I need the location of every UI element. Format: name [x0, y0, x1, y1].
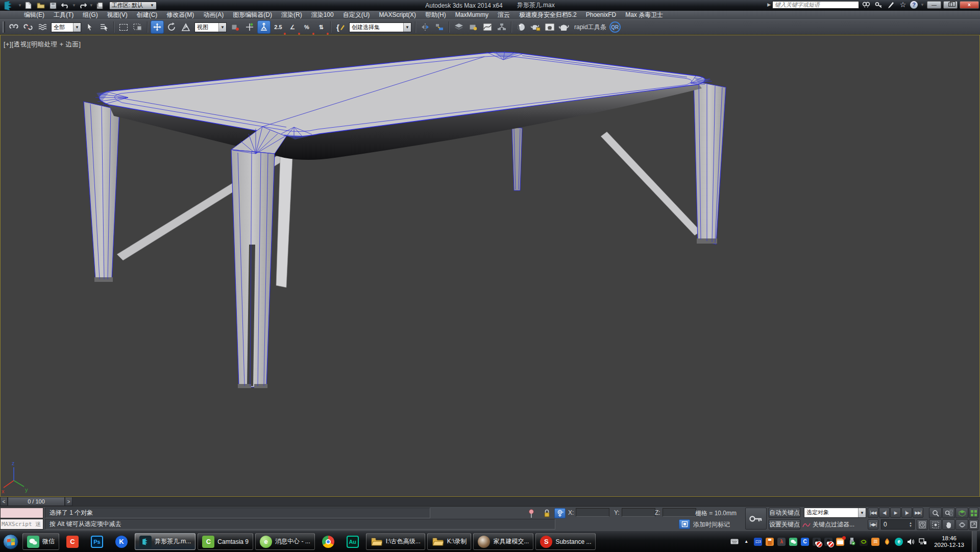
key-selection-set-arrow[interactable]: ▼: [858, 508, 866, 517]
z-coordinate-field[interactable]: [663, 508, 696, 517]
rendered-frame-window-button[interactable]: [543, 20, 556, 34]
named-selection-set-arrow[interactable]: ▼: [403, 23, 411, 32]
select-by-name-button[interactable]: [97, 20, 111, 34]
tray-nvidia-icon[interactable]: [860, 538, 868, 546]
auto-key-button[interactable]: 自动关键点: [769, 508, 800, 518]
next-frame-button[interactable]: |▶: [901, 508, 912, 518]
table-model[interactable]: x y z: [1, 35, 979, 496]
x-coordinate-field[interactable]: [576, 508, 609, 517]
y-coordinate-field[interactable]: [622, 508, 655, 517]
select-and-scale-button[interactable]: [179, 20, 192, 34]
select-object-button[interactable]: [83, 20, 96, 34]
previous-frame-arrow-button[interactable]: <: [0, 497, 8, 506]
absolute-mode-transform-toggle[interactable]: [554, 508, 566, 518]
tray-usb-orange-icon[interactable]: [766, 538, 774, 546]
tray-window-badge-icon[interactable]: [836, 538, 844, 546]
menu-item-group[interactable]: 组(G): [78, 11, 102, 19]
tray-input-method-icon[interactable]: 口3: [754, 538, 762, 546]
taskbar-item-3dsmax[interactable]: 异形茶几.m...: [135, 533, 195, 550]
taskbar-item-message-center[interactable]: e 消息中心 - ...: [255, 533, 315, 550]
spinner-snap-button[interactable]: ⇅: [314, 20, 328, 34]
schematic-view-button[interactable]: [495, 20, 508, 34]
viewport-label[interactable]: [+][透视][明暗处理 + 边面]: [4, 40, 81, 49]
favorites-star-icon[interactable]: ☆: [898, 1, 908, 9]
zoom-extents-button[interactable]: [955, 508, 968, 518]
help-icon[interactable]: ?: [910, 1, 918, 9]
zoom-extents-all-button[interactable]: [969, 508, 978, 518]
menu-item-create[interactable]: 创建(C): [132, 11, 162, 19]
workspace-dropdown-arrow[interactable]: ▼: [150, 3, 154, 8]
restore-button[interactable]: [943, 1, 958, 9]
edit-named-selection-sets-button[interactable]: {: [334, 20, 347, 34]
menu-item-maxmummy[interactable]: MaxMummy: [451, 11, 493, 19]
tray-driver-check-icon[interactable]: C: [801, 538, 809, 546]
menu-item-help[interactable]: 帮助(H): [421, 11, 451, 19]
tray-volume-icon[interactable]: [906, 538, 915, 546]
maxscript-macro-recorder[interactable]: [0, 508, 43, 518]
curve-editor-button[interactable]: [481, 20, 494, 34]
redo-dropdown-arrow[interactable]: ▼: [89, 3, 93, 8]
track-bar[interactable]: [72, 497, 980, 506]
menu-item-customize[interactable]: 自定义(U): [338, 11, 375, 19]
taskbar-item-wechat[interactable]: 微信: [22, 533, 59, 550]
taskbar-item-folder-i[interactable]: I:\古色高级...: [366, 533, 425, 550]
key-filters-button[interactable]: 关键点过滤器...: [813, 520, 854, 529]
redo-button[interactable]: [77, 1, 88, 10]
minimize-button[interactable]: —: [927, 1, 941, 9]
tray-usb-ok-icon[interactable]: [848, 538, 856, 546]
mirror-button[interactable]: [419, 20, 432, 34]
angle-snap-button[interactable]: ∠: [286, 20, 299, 34]
tray-adobe-icon[interactable]: λ: [777, 538, 786, 546]
pen-feedback-icon[interactable]: [886, 1, 896, 9]
time-configuration-button[interactable]: [917, 519, 928, 530]
menu-item-edit[interactable]: 编辑(E): [19, 11, 49, 19]
isolate-selection-toggle[interactable]: [526, 508, 537, 518]
zoom-button[interactable]: [929, 508, 942, 518]
selection-filter-arrow[interactable]: ▼: [73, 23, 81, 32]
show-desktop-button[interactable]: [972, 531, 977, 552]
project-folder-button[interactable]: [94, 1, 106, 10]
taskbar-item-camtasia9[interactable]: C Camtasia 9: [198, 533, 253, 550]
pan-hand-button[interactable]: [942, 519, 955, 530]
snaps-toggle-button[interactable]: [257, 20, 271, 34]
go-to-end-button[interactable]: ▶▶|: [913, 508, 923, 518]
menu-item-rendering[interactable]: 渲染(R): [277, 11, 307, 19]
graphite-ribbon-toggle-button[interactable]: [467, 20, 480, 34]
named-selection-set-select[interactable]: 创建选择集 ▼: [349, 22, 411, 32]
undo-dropdown-arrow[interactable]: ▼: [72, 3, 76, 8]
start-button[interactable]: [0, 531, 21, 552]
bind-to-space-warp-button[interactable]: [36, 20, 49, 34]
tray-network-icon[interactable]: [918, 538, 926, 546]
orbit-button[interactable]: [955, 519, 968, 530]
undo-button[interactable]: [60, 1, 71, 10]
toolbar-grip[interactable]: [3, 21, 5, 33]
menu-item-graph-editors[interactable]: 图形编辑器(D): [228, 11, 277, 19]
menu-item-render100[interactable]: 渲染100: [307, 11, 338, 19]
tray-orange-app-icon[interactable]: 回: [871, 538, 879, 546]
tray-keyboard-icon[interactable]: [730, 538, 739, 546]
workspace-selector[interactable]: 工作区: 默认 ▼: [109, 2, 157, 10]
time-slider-handle[interactable]: 0 / 100: [8, 497, 65, 506]
menu-item-slim-archive[interactable]: 极速瘦身安全归档5.2: [514, 11, 581, 19]
menu-item-maxscript[interactable]: MAXScript(X): [374, 11, 421, 19]
menu-item-phoenixfd[interactable]: PhoenixFD: [581, 11, 621, 19]
set-keys-button[interactable]: [745, 508, 767, 530]
search-icon[interactable]: [861, 1, 871, 9]
menu-item-tools[interactable]: 工具(T): [49, 11, 78, 19]
material-editor-button[interactable]: [514, 20, 528, 34]
save-file-button[interactable]: [47, 1, 59, 10]
use-pivot-point-center-button[interactable]: [229, 20, 242, 34]
tray-show-hidden-button[interactable]: ▲: [742, 538, 750, 546]
3dsmax-logo-icon[interactable]: [0, 0, 17, 11]
set-key-button[interactable]: 设置关键点: [769, 519, 800, 530]
maximize-viewport-toggle-button[interactable]: [969, 519, 978, 530]
taskbar-item-substance[interactable]: S Substance ...: [535, 533, 596, 550]
tray-fire-shield-icon[interactable]: [883, 538, 891, 546]
add-time-tag-button[interactable]: 添加时间标记: [693, 520, 730, 529]
render-production-button[interactable]: [557, 20, 571, 34]
render-setup-button[interactable]: [529, 20, 542, 34]
perspective-viewport[interactable]: [+][透视][明暗处理 + 边面]: [0, 35, 980, 497]
next-frame-arrow-button[interactable]: >: [65, 497, 72, 506]
unlink-selection-button[interactable]: [21, 20, 35, 34]
window-crossing-toggle-button[interactable]: [131, 20, 144, 34]
